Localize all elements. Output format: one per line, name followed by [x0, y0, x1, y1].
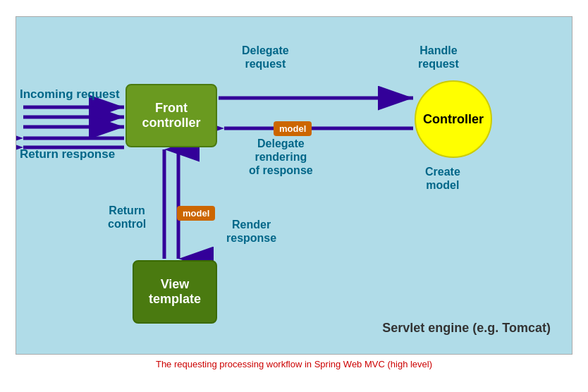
model-badge-bottom: model	[177, 206, 215, 221]
view-template-label: View template	[134, 277, 216, 307]
label-delegate-rendering: Delegaterenderingof response	[249, 137, 313, 178]
model-badge-top: model	[274, 121, 312, 136]
label-return-response: Return response	[20, 147, 115, 161]
label-return-control: Returncontrol	[108, 204, 146, 231]
diagram-area: Front controller Controller View templat…	[16, 16, 572, 355]
front-controller-box: Front controller	[125, 84, 217, 147]
view-template-box: View template	[133, 260, 217, 324]
diagram-wrapper: Front controller Controller View templat…	[16, 16, 572, 376]
diagram-caption: The requesting processing workflow in Sp…	[156, 359, 432, 369]
controller-label: Controller	[423, 112, 484, 127]
arrows-svg	[16, 17, 572, 354]
label-create-model: Createmodel	[425, 165, 460, 192]
label-incoming-request: Incoming request	[20, 87, 120, 102]
label-servlet-engine: Servlet engine (e.g. Tomcat)	[382, 321, 551, 336]
controller-circle: Controller	[415, 80, 492, 158]
front-controller-label: Front controller	[127, 101, 216, 130]
label-delegate-request: Delegaterequest	[242, 44, 289, 71]
label-render-response: Renderresponse	[226, 218, 276, 245]
label-handle-request: Handlerequest	[418, 44, 459, 71]
